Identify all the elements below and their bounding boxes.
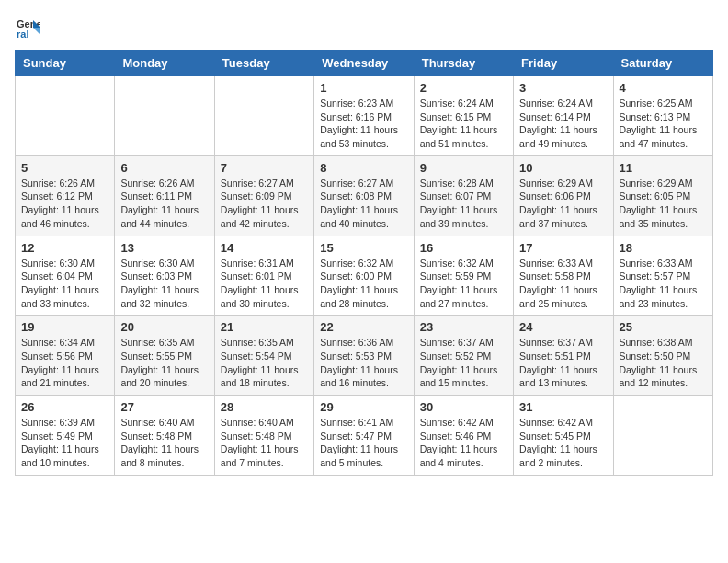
day-info: Sunrise: 6:41 AM Sunset: 5:47 PM Dayligh… bbox=[320, 416, 407, 470]
day-info: Sunrise: 6:37 AM Sunset: 5:51 PM Dayligh… bbox=[519, 336, 607, 390]
day-number: 2 bbox=[420, 81, 507, 95]
calendar-cell: 17Sunrise: 6:33 AM Sunset: 5:58 PM Dayli… bbox=[514, 236, 613, 316]
day-info: Sunrise: 6:42 AM Sunset: 5:46 PM Dayligh… bbox=[420, 416, 507, 470]
day-info: Sunrise: 6:32 AM Sunset: 5:59 PM Dayligh… bbox=[420, 257, 507, 311]
day-number: 21 bbox=[221, 320, 308, 334]
day-number: 7 bbox=[221, 161, 308, 175]
calendar-cell: 22Sunrise: 6:36 AM Sunset: 5:53 PM Dayli… bbox=[314, 316, 414, 396]
day-info: Sunrise: 6:29 AM Sunset: 6:06 PM Dayligh… bbox=[519, 177, 607, 231]
column-header-friday: Friday bbox=[514, 51, 613, 76]
page-header: Gene ral bbox=[15, 15, 713, 40]
day-number: 31 bbox=[519, 400, 607, 414]
day-number: 28 bbox=[221, 400, 308, 414]
column-header-saturday: Saturday bbox=[613, 51, 712, 76]
column-header-thursday: Thursday bbox=[414, 51, 513, 76]
calendar-cell: 26Sunrise: 6:39 AM Sunset: 5:49 PM Dayli… bbox=[16, 396, 115, 476]
svg-marker-3 bbox=[33, 28, 40, 35]
day-number: 18 bbox=[620, 241, 707, 255]
calendar-cell bbox=[613, 396, 712, 476]
calendar-cell: 7Sunrise: 6:27 AM Sunset: 6:09 PM Daylig… bbox=[214, 155, 313, 236]
day-info: Sunrise: 6:30 AM Sunset: 6:04 PM Dayligh… bbox=[21, 257, 108, 311]
calendar-cell: 5Sunrise: 6:26 AM Sunset: 6:12 PM Daylig… bbox=[16, 155, 115, 236]
calendar-cell: 28Sunrise: 6:40 AM Sunset: 5:48 PM Dayli… bbox=[214, 396, 313, 476]
calendar-cell bbox=[214, 76, 313, 156]
calendar-cell: 10Sunrise: 6:29 AM Sunset: 6:06 PM Dayli… bbox=[514, 155, 613, 236]
calendar-header-row: SundayMondayTuesdayWednesdayThursdayFrid… bbox=[16, 51, 713, 76]
day-number: 26 bbox=[21, 400, 108, 414]
calendar-cell: 20Sunrise: 6:35 AM Sunset: 5:55 PM Dayli… bbox=[115, 316, 214, 396]
day-info: Sunrise: 6:38 AM Sunset: 5:50 PM Dayligh… bbox=[620, 336, 707, 390]
day-number: 19 bbox=[21, 320, 108, 334]
day-number: 4 bbox=[620, 81, 707, 95]
calendar-cell: 23Sunrise: 6:37 AM Sunset: 5:52 PM Dayli… bbox=[414, 316, 513, 396]
day-info: Sunrise: 6:25 AM Sunset: 6:13 PM Dayligh… bbox=[620, 97, 707, 151]
day-number: 15 bbox=[320, 241, 407, 255]
day-info: Sunrise: 6:36 AM Sunset: 5:53 PM Dayligh… bbox=[320, 336, 407, 390]
calendar-cell: 15Sunrise: 6:32 AM Sunset: 6:00 PM Dayli… bbox=[314, 236, 414, 316]
day-info: Sunrise: 6:37 AM Sunset: 5:52 PM Dayligh… bbox=[420, 336, 507, 390]
day-info: Sunrise: 6:27 AM Sunset: 6:09 PM Dayligh… bbox=[221, 177, 308, 231]
day-number: 3 bbox=[519, 81, 607, 95]
day-number: 30 bbox=[420, 400, 507, 414]
day-info: Sunrise: 6:23 AM Sunset: 6:16 PM Dayligh… bbox=[320, 97, 407, 151]
day-info: Sunrise: 6:28 AM Sunset: 6:07 PM Dayligh… bbox=[420, 177, 507, 231]
day-info: Sunrise: 6:24 AM Sunset: 6:15 PM Dayligh… bbox=[420, 97, 507, 151]
day-number: 6 bbox=[120, 161, 208, 175]
day-info: Sunrise: 6:31 AM Sunset: 6:01 PM Dayligh… bbox=[221, 257, 308, 311]
day-number: 11 bbox=[620, 161, 707, 175]
day-info: Sunrise: 6:35 AM Sunset: 5:54 PM Dayligh… bbox=[221, 336, 308, 390]
calendar-week-row: 1Sunrise: 6:23 AM Sunset: 6:16 PM Daylig… bbox=[16, 76, 713, 156]
calendar-week-row: 12Sunrise: 6:30 AM Sunset: 6:04 PM Dayli… bbox=[16, 236, 713, 316]
day-info: Sunrise: 6:26 AM Sunset: 6:12 PM Dayligh… bbox=[21, 177, 108, 231]
calendar-cell: 31Sunrise: 6:42 AM Sunset: 5:45 PM Dayli… bbox=[514, 396, 613, 476]
calendar-table: SundayMondayTuesdayWednesdayThursdayFrid… bbox=[15, 50, 713, 476]
calendar-cell: 19Sunrise: 6:34 AM Sunset: 5:56 PM Dayli… bbox=[16, 316, 115, 396]
day-number: 25 bbox=[620, 320, 707, 334]
calendar-cell: 6Sunrise: 6:26 AM Sunset: 6:11 PM Daylig… bbox=[115, 155, 214, 236]
calendar-cell: 14Sunrise: 6:31 AM Sunset: 6:01 PM Dayli… bbox=[214, 236, 313, 316]
day-number: 8 bbox=[320, 161, 407, 175]
day-number: 1 bbox=[320, 81, 407, 95]
calendar-week-row: 26Sunrise: 6:39 AM Sunset: 5:49 PM Dayli… bbox=[16, 396, 713, 476]
day-info: Sunrise: 6:32 AM Sunset: 6:00 PM Dayligh… bbox=[320, 257, 407, 311]
calendar-cell: 1Sunrise: 6:23 AM Sunset: 6:16 PM Daylig… bbox=[314, 76, 414, 156]
day-info: Sunrise: 6:26 AM Sunset: 6:11 PM Dayligh… bbox=[120, 177, 208, 231]
day-info: Sunrise: 6:39 AM Sunset: 5:49 PM Dayligh… bbox=[21, 416, 108, 470]
column-header-wednesday: Wednesday bbox=[314, 51, 414, 76]
calendar-cell: 18Sunrise: 6:33 AM Sunset: 5:57 PM Dayli… bbox=[613, 236, 712, 316]
day-number: 20 bbox=[120, 320, 208, 334]
calendar-cell: 29Sunrise: 6:41 AM Sunset: 5:47 PM Dayli… bbox=[314, 396, 414, 476]
day-number: 13 bbox=[120, 241, 208, 255]
calendar-week-row: 5Sunrise: 6:26 AM Sunset: 6:12 PM Daylig… bbox=[16, 155, 713, 236]
day-info: Sunrise: 6:35 AM Sunset: 5:55 PM Dayligh… bbox=[120, 336, 208, 390]
day-info: Sunrise: 6:33 AM Sunset: 5:57 PM Dayligh… bbox=[620, 257, 707, 311]
calendar-cell: 21Sunrise: 6:35 AM Sunset: 5:54 PM Dayli… bbox=[214, 316, 313, 396]
day-info: Sunrise: 6:27 AM Sunset: 6:08 PM Dayligh… bbox=[320, 177, 407, 231]
calendar-cell: 13Sunrise: 6:30 AM Sunset: 6:03 PM Dayli… bbox=[115, 236, 214, 316]
day-number: 17 bbox=[519, 241, 607, 255]
calendar-cell: 16Sunrise: 6:32 AM Sunset: 5:59 PM Dayli… bbox=[414, 236, 513, 316]
day-number: 16 bbox=[420, 241, 507, 255]
day-number: 10 bbox=[519, 161, 607, 175]
day-info: Sunrise: 6:40 AM Sunset: 5:48 PM Dayligh… bbox=[221, 416, 308, 470]
day-number: 14 bbox=[221, 241, 308, 255]
day-number: 12 bbox=[21, 241, 108, 255]
day-info: Sunrise: 6:42 AM Sunset: 5:45 PM Dayligh… bbox=[519, 416, 607, 470]
svg-text:ral: ral bbox=[17, 29, 28, 40]
calendar-cell: 2Sunrise: 6:24 AM Sunset: 6:15 PM Daylig… bbox=[414, 76, 513, 156]
day-number: 27 bbox=[120, 400, 208, 414]
day-info: Sunrise: 6:29 AM Sunset: 6:05 PM Dayligh… bbox=[620, 177, 707, 231]
day-info: Sunrise: 6:30 AM Sunset: 6:03 PM Dayligh… bbox=[120, 257, 208, 311]
day-number: 24 bbox=[519, 320, 607, 334]
calendar-cell: 30Sunrise: 6:42 AM Sunset: 5:46 PM Dayli… bbox=[414, 396, 513, 476]
calendar-cell bbox=[16, 76, 115, 156]
calendar-cell: 8Sunrise: 6:27 AM Sunset: 6:08 PM Daylig… bbox=[314, 155, 414, 236]
day-info: Sunrise: 6:40 AM Sunset: 5:48 PM Dayligh… bbox=[120, 416, 208, 470]
day-number: 29 bbox=[320, 400, 407, 414]
calendar-cell: 11Sunrise: 6:29 AM Sunset: 6:05 PM Dayli… bbox=[613, 155, 712, 236]
calendar-cell: 4Sunrise: 6:25 AM Sunset: 6:13 PM Daylig… bbox=[613, 76, 712, 156]
day-info: Sunrise: 6:24 AM Sunset: 6:14 PM Dayligh… bbox=[519, 97, 607, 151]
day-info: Sunrise: 6:33 AM Sunset: 5:58 PM Dayligh… bbox=[519, 257, 607, 311]
calendar-week-row: 19Sunrise: 6:34 AM Sunset: 5:56 PM Dayli… bbox=[16, 316, 713, 396]
day-number: 5 bbox=[21, 161, 108, 175]
